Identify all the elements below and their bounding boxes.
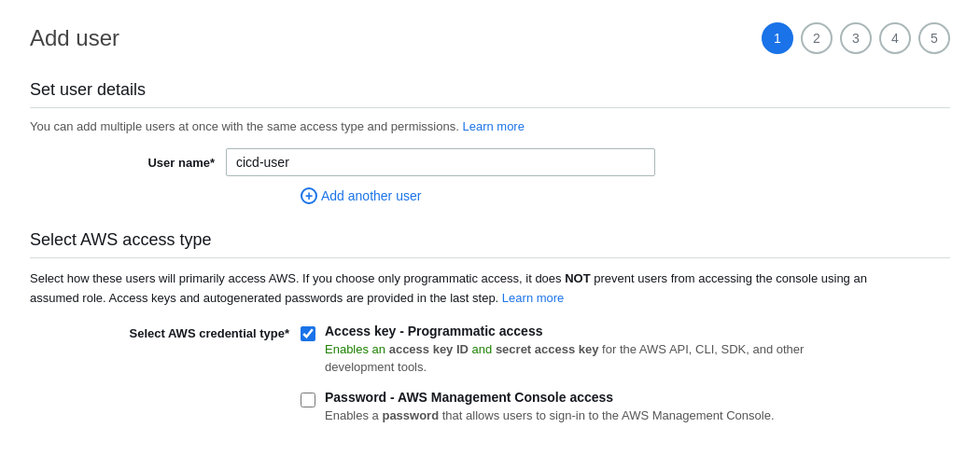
select-access-type-section: Select AWS access type Select how these …	[30, 230, 950, 424]
username-label: User name*	[105, 156, 226, 170]
section2-divider	[30, 257, 950, 258]
credential-option-1: Access key - Programmatic access Enables…	[301, 324, 866, 377]
page-header: Add user 1 2 3 4 5	[30, 22, 950, 54]
add-user-row: + Add another user	[30, 187, 950, 204]
step-2: 2	[801, 22, 833, 54]
credential-option-2: Password - AWS Management Console access…	[301, 390, 866, 425]
set-user-details-section: Set user details You can add multiple us…	[30, 80, 950, 204]
option1-desc: Enables an access key ID and secret acce…	[325, 340, 866, 377]
programmatic-access-checkbox[interactable]	[301, 326, 315, 341]
credential-options: Access key - Programmatic access Enables…	[301, 324, 866, 425]
section1-title: Set user details	[30, 80, 950, 100]
step-1: 1	[762, 22, 793, 54]
console-access-checkbox[interactable]	[301, 393, 315, 407]
step-3: 3	[840, 22, 872, 54]
steps-indicator: 1 2 3 4 5	[762, 22, 950, 54]
username-row: User name*	[30, 148, 950, 176]
section2-learn-more[interactable]: Learn more	[502, 291, 564, 305]
section2-title: Select AWS access type	[30, 230, 950, 250]
option1-title: Access key - Programmatic access	[325, 324, 866, 338]
section2-desc: Select how these users will primarily ac…	[30, 269, 907, 309]
username-input[interactable]	[226, 148, 655, 176]
step-4: 4	[879, 22, 911, 54]
credential-type-section: Select AWS credential type* Access key -…	[30, 324, 950, 425]
page-title: Add user	[30, 25, 119, 51]
plus-circle-icon: +	[301, 187, 317, 204]
section1-info: You can add multiple users at once with …	[30, 119, 950, 133]
credential-label: Select AWS credential type*	[105, 324, 301, 425]
add-another-user-button[interactable]: + Add another user	[301, 187, 421, 204]
step-5: 5	[918, 22, 950, 54]
section1-learn-more[interactable]: Learn more	[462, 119, 524, 133]
section1-divider	[30, 107, 950, 108]
add-user-label: Add another user	[321, 188, 421, 203]
option2-desc: Enables a password that allows users to …	[325, 407, 775, 425]
option2-title: Password - AWS Management Console access	[325, 390, 775, 405]
